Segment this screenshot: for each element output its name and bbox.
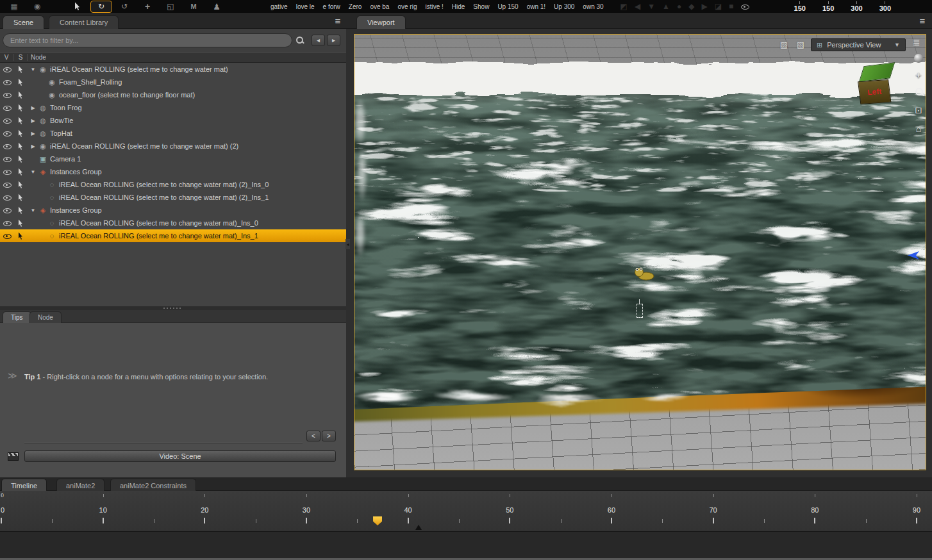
expander-icon[interactable]: ▶ (28, 118, 38, 124)
cursor-icon[interactable] (19, 78, 24, 86)
eye-icon[interactable] (3, 129, 12, 138)
select-cell[interactable] (14, 104, 28, 111)
cursor-icon[interactable] (19, 168, 24, 176)
expander-icon[interactable]: ▼ (28, 67, 38, 72)
tree-row[interactable]: ◉ocean_floor (select me to change floor … (0, 88, 346, 101)
toolbar-button-label[interactable]: Show (473, 3, 489, 10)
zoom-tool-icon[interactable] (914, 87, 924, 97)
toolbar-button-label[interactable]: own 30 (583, 3, 603, 10)
figure-icon[interactable] (27, 1, 47, 12)
toolbar-button-label[interactable]: Hide (452, 3, 465, 10)
tree-row[interactable]: ▼◉iREAL Ocean ROLLING (select me to chan… (0, 63, 346, 76)
visibility-cell[interactable] (0, 65, 14, 74)
tab-content-library[interactable]: Content Library (49, 15, 119, 29)
scale-tool-icon[interactable] (160, 1, 181, 12)
tab-viewport[interactable]: Viewport (356, 15, 406, 29)
node-cursor-tool-icon[interactable] (68, 1, 88, 12)
toolbar-value-button[interactable]: 150 (794, 1, 806, 12)
cursor-icon[interactable] (19, 232, 24, 240)
view-cube-left-face[interactable]: Left (858, 79, 891, 104)
select-cell[interactable] (14, 219, 28, 227)
pan-tool-icon[interactable]: + (916, 71, 922, 79)
timeline-ruler[interactable]: 0 0102030405060708090 (0, 491, 932, 531)
tree-row[interactable]: ▶◍BowTie (0, 114, 346, 127)
tree-row[interactable]: ◌iREAL Ocean ROLLING (select me to chang… (0, 178, 346, 191)
toolbar-button-label[interactable]: Up 300 (554, 3, 574, 10)
eye-icon[interactable] (3, 142, 12, 151)
actor-tool-icon[interactable] (206, 1, 227, 12)
toolbar-value-button[interactable]: 300 (879, 1, 891, 12)
eye-icon[interactable] (3, 218, 12, 227)
column-node[interactable]: Node (31, 54, 46, 61)
cursor-icon[interactable] (19, 65, 24, 73)
selection-manipulator[interactable] (637, 304, 643, 318)
ocean-surface[interactable] (354, 89, 926, 413)
frame-tool-icon[interactable]: ⊡ (915, 105, 922, 115)
visibility-cell[interactable] (0, 90, 14, 99)
sphere-tool-icon[interactable] (914, 54, 923, 63)
square-icon[interactable]: ■ (729, 2, 733, 11)
tab-animate2[interactable]: aniMate2 (56, 479, 104, 491)
eye-icon[interactable] (3, 116, 12, 125)
toolbar-button-label[interactable]: Up 150 (497, 3, 518, 10)
video-scene-button[interactable]: Video: Scene (24, 450, 336, 462)
visibility-cell[interactable] (0, 78, 14, 86)
eye-icon[interactable] (3, 65, 12, 74)
video-slate-button[interactable] (5, 450, 21, 462)
visibility-cell[interactable] (0, 167, 14, 176)
tree-row[interactable]: ▶◍Toon Frog (0, 101, 346, 114)
eye-icon[interactable] (740, 2, 749, 11)
toolbar-button-label[interactable]: gative (270, 3, 288, 10)
tree-row[interactable]: ◌iREAL Ocean ROLLING (select me to chang… (0, 229, 346, 242)
visibility-cell[interactable] (0, 193, 14, 202)
select-cell[interactable] (14, 181, 28, 188)
cursor-icon[interactable] (19, 117, 24, 124)
right-pane-menu-icon[interactable]: ≡ (917, 16, 928, 26)
diamond-icon[interactable]: ◆ (688, 2, 694, 11)
select-cell[interactable] (14, 194, 28, 201)
corner2-icon[interactable]: ◪ (715, 2, 722, 11)
visibility-cell[interactable] (0, 180, 14, 189)
toolbar-button-label[interactable]: love le (296, 3, 315, 10)
cursor-icon[interactable] (19, 155, 24, 163)
orbit-home-tool-icon[interactable]: ⌂ (916, 124, 921, 134)
aux-viewport-icon[interactable]: ▧ (794, 39, 807, 51)
panel-collapse-arrow[interactable]: ◂ (345, 239, 350, 249)
column-selectable[interactable]: S (14, 54, 28, 61)
viewport-3d-view[interactable]: Left ▨ ▧ ⊞ Perspective View ▼ ≣ + ⊡ ⌂ (354, 34, 926, 470)
visibility-cell[interactable] (0, 103, 14, 112)
filter-prev-button[interactable]: ◂ (312, 35, 325, 46)
right-arrow-icon[interactable]: ▶ (701, 2, 707, 11)
scene-filter-input[interactable] (3, 33, 292, 47)
viewport-options-icon[interactable]: ≣ (913, 37, 920, 47)
frame-marker[interactable] (415, 525, 422, 530)
tree-row[interactable]: ◌iREAL Ocean ROLLING (select me to chang… (0, 191, 346, 204)
tree-row[interactable]: ◉Foam_Shell_Rolling (0, 76, 346, 88)
toon-frog-figure[interactable] (632, 265, 655, 283)
toolbar-button-label[interactable]: own 1! (527, 3, 545, 10)
corner-icon[interactable]: ◩ (620, 2, 628, 11)
tab-scene[interactable]: Scene (3, 15, 44, 29)
cursor-icon[interactable] (19, 194, 24, 201)
tree-row[interactable]: ▼◈Instances Group (0, 165, 346, 178)
visibility-cell[interactable] (0, 231, 14, 240)
filter-next-button[interactable]: ▸ (327, 35, 340, 46)
search-icon[interactable] (295, 35, 304, 45)
tip-next-button[interactable]: > (322, 431, 336, 441)
eye-icon[interactable] (3, 154, 12, 163)
view-cube[interactable]: Left (856, 63, 896, 108)
expander-icon[interactable]: ▶ (28, 105, 38, 111)
timeline-track-area[interactable] (0, 531, 932, 560)
select-cell[interactable] (14, 129, 28, 137)
tree-row[interactable]: ◌iREAL Ocean ROLLING (select me to chang… (0, 217, 346, 229)
expander-icon[interactable]: ▼ (28, 208, 38, 213)
tab-node[interactable]: Node (29, 311, 62, 323)
cursor-icon[interactable] (19, 142, 24, 150)
visibility-cell[interactable] (0, 116, 14, 125)
cursor-icon[interactable] (19, 206, 24, 214)
eye-icon[interactable] (3, 193, 12, 202)
left-pane-menu-icon[interactable]: ≡ (332, 16, 344, 26)
column-visibility[interactable]: V (0, 54, 13, 61)
circle-icon[interactable]: ● (677, 2, 681, 11)
cursor-icon[interactable] (19, 104, 24, 111)
